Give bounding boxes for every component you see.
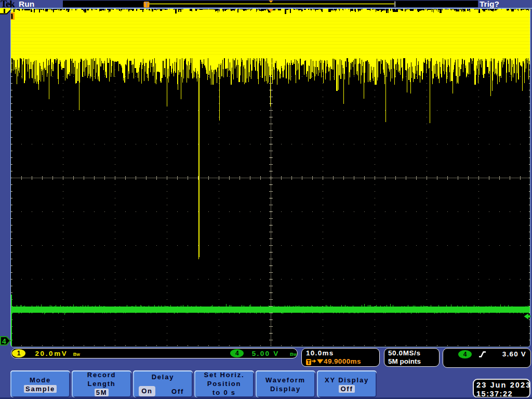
svg-text:4: 4 <box>2 337 6 345</box>
svg-text:T: T <box>144 1 149 8</box>
